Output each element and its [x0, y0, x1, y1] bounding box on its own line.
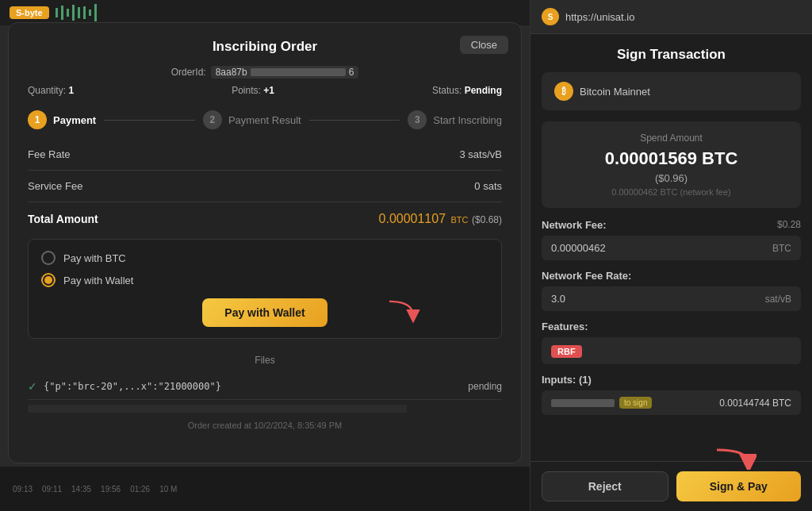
time-1: 09:13 [13, 485, 33, 494]
order-id-label: OrderId: [171, 67, 206, 78]
files-label: Files [28, 355, 502, 366]
network-fee-value: 0.00000462 [551, 242, 606, 254]
chart-area [56, 4, 520, 21]
unisat-logo-icon: S [542, 8, 559, 25]
spend-label: Spend Amount [554, 133, 788, 144]
file-status: pending [468, 381, 502, 392]
pay-wallet-button[interactable]: Pay with Wallet [202, 298, 327, 327]
total-value: 0.00001107 BTC ($0.68) [379, 212, 502, 226]
bottom-buttons: Reject Sign & Pay [530, 461, 812, 511]
file-row: ✓ {"p":"brc-20",...x":"21000000"} pendin… [28, 374, 502, 400]
total-btc: 0.00001107 [379, 212, 446, 225]
step-3: 3 Start Inscribing [408, 110, 502, 129]
inputs-label: Inputs: (1) [542, 374, 801, 386]
sign-transaction-title: Sign Transaction [530, 34, 812, 72]
radio-wallet[interactable] [41, 273, 56, 287]
steps-row: 1 Payment 2 Payment Result 3 Start Inscr… [28, 110, 502, 129]
close-button[interactable]: Close [460, 36, 508, 54]
time-5: 01:26 [130, 485, 150, 494]
network-box: ₿ Bitcoin Mainnet [542, 72, 801, 110]
spend-amount: 0.00001569 BTC [554, 148, 788, 169]
step-1: 1 Payment [28, 110, 96, 129]
step-2-label: Payment Result [228, 114, 301, 126]
order-id-row: OrderId: 8aa87b6 [28, 66, 502, 79]
sign-pay-button[interactable]: Sign & Pay [676, 471, 802, 501]
step-line-1 [104, 120, 195, 121]
fee-rate-group: Network Fee Rate: 3.0 sat/vB [542, 270, 801, 311]
network-fee-label: Network Fee: $0.28 [542, 219, 801, 231]
service-fee-row: Service Fee 0 sats [28, 180, 502, 192]
chart-bar [67, 9, 69, 17]
total-unit: BTC [451, 215, 469, 225]
right-panel: S https://unisat.io Sign Transaction ₿ B… [530, 0, 812, 511]
reject-button[interactable]: Reject [542, 471, 668, 501]
input-amount: 0.00144744 BTC [719, 398, 791, 409]
chart-bar [89, 10, 91, 16]
step-1-circle: 1 [28, 110, 47, 129]
chart-bar [61, 6, 63, 20]
fee-rate-value: 3 sats/vB [460, 148, 502, 160]
features-label: Features: [542, 321, 801, 332]
features-box: RBF [542, 337, 801, 364]
arrow-container [377, 294, 425, 329]
time-2: 09:11 [42, 485, 62, 494]
pay-wallet-btn-container: Pay with Wallet [41, 298, 488, 327]
pay-option-btc-label: Pay with BTC [63, 252, 126, 264]
arrow-icon [377, 294, 425, 326]
browser-url: https://unisat.io [565, 11, 634, 23]
details-section: Network Fee: $0.28 0.00000462 BTC Networ… [530, 219, 812, 461]
file-left: ✓ {"p":"brc-20",...x":"21000000"} [28, 380, 221, 393]
pay-option-wallet[interactable]: Pay with Wallet [41, 273, 488, 287]
service-fee-value: 0 sats [474, 180, 502, 192]
file-name: {"p":"brc-20",...x":"21000000"} [44, 381, 221, 392]
radio-btc[interactable] [41, 251, 56, 265]
quantity-meta: Quantity: 1 [28, 85, 74, 96]
network-fee-usd: $0.28 [777, 219, 801, 230]
features-group: Features: RBF [542, 321, 801, 364]
to-sign-badge: to sign [619, 397, 652, 409]
file-check-icon: ✓ [28, 380, 37, 393]
step-3-label: Start Inscribing [433, 114, 502, 126]
step-1-label: Payment [53, 114, 96, 126]
time-4: 19:56 [101, 485, 121, 494]
pay-option-wallet-label: Pay with Wallet [63, 275, 133, 286]
spend-section: Spend Amount 0.00001569 BTC ($0.96) 0.00… [542, 121, 801, 208]
files-section: Files ✓ {"p":"brc-20",...x":"21000000"} … [28, 355, 502, 413]
network-name: Bitcoin Mainnet [580, 86, 650, 98]
chart-bar [56, 8, 58, 17]
step-2-circle: 2 [203, 110, 222, 129]
spend-fee: 0.00000462 BTC (network fee) [554, 187, 788, 197]
divider-2 [28, 202, 502, 202]
divider [28, 170, 502, 171]
step-3-circle: 3 [408, 110, 427, 129]
modal-overlay: Close Inscribing Order OrderId: 8aa87b6 … [8, 22, 522, 463]
chart-bar [83, 6, 86, 19]
fee-rate-value: 3.0 [551, 293, 565, 305]
address-blur [551, 399, 615, 407]
fee-rate-label: Network Fee Rate: [542, 270, 801, 282]
chart-bar [72, 5, 75, 21]
time-labels: 09:13 09:11 14:35 19:56 01:26 10 M [13, 485, 177, 494]
time-6: 10 M [159, 485, 177, 494]
status-meta: Status: Pending [432, 85, 502, 96]
order-id-blur [251, 68, 346, 76]
order-meta-row: Quantity: 1 Points: +1 Status: Pending [28, 85, 502, 96]
s-byte-badge: S-byte [10, 6, 49, 19]
pay-options-box: Pay with BTC Pay with Wallet Pay with Wa… [28, 239, 502, 339]
total-usd: ($0.68) [472, 214, 502, 225]
network-fee-group: Network Fee: $0.28 0.00000462 BTC [542, 219, 801, 260]
fee-rate-row: Fee Rate 3 sats/vB [28, 148, 502, 160]
inputs-box: to sign 0.00144744 BTC [542, 390, 801, 415]
time-3: 14:35 [71, 485, 91, 494]
pay-option-btc[interactable]: Pay with BTC [41, 251, 488, 265]
radio-wallet-inner [44, 276, 52, 284]
points-meta: Points: +1 [232, 85, 274, 96]
fee-rate-label: Fee Rate [28, 148, 70, 160]
network-fee-box: 0.00000462 BTC [542, 236, 801, 260]
rbf-badge: RBF [551, 345, 582, 358]
browser-bar: S https://unisat.io [530, 0, 812, 34]
bottom-bar: 09:13 09:11 14:35 19:56 01:26 10 M [0, 467, 530, 511]
network-fee-unit: BTC [772, 243, 791, 254]
total-row: Total Amount 0.00001107 BTC ($0.68) [28, 212, 502, 226]
modal-title: Inscribing Order [28, 39, 502, 55]
